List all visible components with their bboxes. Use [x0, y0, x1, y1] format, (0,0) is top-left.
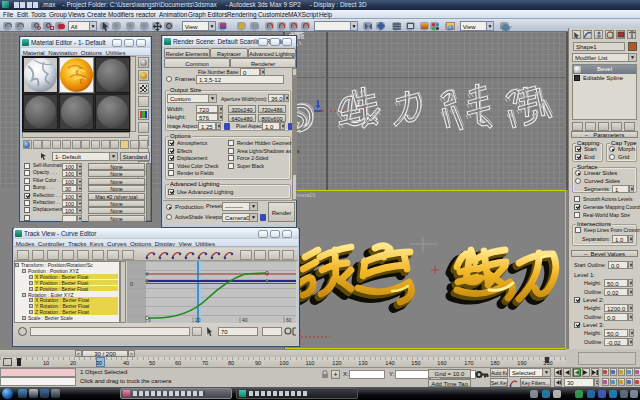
- svg-text:0: 0: [130, 281, 133, 287]
